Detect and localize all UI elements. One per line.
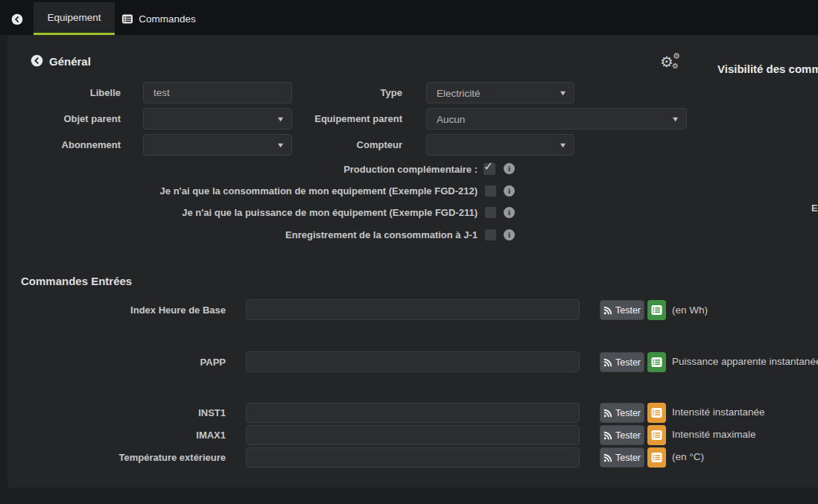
tester-button[interactable]: Tester (600, 300, 644, 320)
general-section-title: Général (49, 55, 91, 68)
papp-unit-label: Puissance apparente instantanée (672, 356, 818, 367)
equipement-parent-select[interactable]: Aucun ▼ (426, 108, 687, 130)
enregistrement-j1-label: Enregistrement de la consommation à J-1 (104, 229, 478, 240)
tab-commandes-label: Commandes (139, 13, 196, 25)
production-complementaire-label: Production complémentaire : (104, 164, 478, 175)
info-icon[interactable]: i (504, 207, 515, 218)
puissance-equipement-label: Je n'ai que la puissance de mon équipeme… (104, 207, 478, 218)
inst1-input[interactable] (246, 403, 580, 423)
type-select-value: Electricité (437, 87, 481, 98)
index-heure-base-label: Index Heure de Base (45, 304, 226, 316)
enregistrement-j1-checkbox[interactable] (485, 229, 496, 240)
caret-down-icon: ▼ (559, 141, 568, 149)
rss-icon (603, 431, 612, 440)
commandes-entrees-title: Commandes Entrées (21, 275, 132, 287)
imax1-unit-label: Intensité maximale (672, 429, 756, 440)
list-alt-icon (651, 452, 662, 463)
conso-equipement-label: Je n'ai que la consommation de mon equip… (104, 185, 478, 197)
tester-button[interactable]: Tester (600, 447, 644, 468)
inst1-unit-label: Intensité instantanée (672, 406, 765, 418)
command-type-button[interactable] (647, 352, 666, 372)
info-icon[interactable]: i (504, 185, 515, 197)
puissance-equipement-checkbox[interactable] (485, 207, 496, 218)
list-alt-icon (121, 13, 133, 25)
temperature-exterieure-label: Température extérieure (45, 452, 226, 463)
command-type-button[interactable] (647, 403, 666, 423)
compteur-select[interactable]: ▼ (426, 134, 574, 156)
rss-icon (603, 306, 612, 315)
type-select[interactable]: Electricité ▼ (426, 82, 574, 103)
equipement-parent-label: Equipement parent (253, 113, 402, 124)
tester-button[interactable]: Tester (600, 425, 644, 445)
inst1-label: INST1 (45, 407, 226, 418)
tester-button[interactable]: Tester (600, 352, 644, 372)
index-unit-label: (en Wh) (672, 304, 708, 316)
caret-down-icon: ▼ (559, 89, 568, 97)
tab-equipement-label: Equipement (47, 12, 101, 23)
right-panel-partial-label: E (811, 202, 818, 214)
compteur-label: Compteur (253, 139, 402, 150)
tab-commandes[interactable]: Commandes (118, 2, 200, 35)
back-icon[interactable] (11, 13, 23, 25)
topbar: Equipement Commandes (0, 0, 818, 35)
imax1-label: IMAX1 (45, 430, 226, 441)
info-icon[interactable]: i (504, 163, 515, 174)
tab-equipement[interactable]: Equipement (34, 2, 115, 35)
gears-icon[interactable]: ⚙ ⚙ ⚙ (660, 52, 684, 73)
rss-icon (603, 453, 612, 462)
index-heure-base-input[interactable] (246, 299, 580, 320)
list-alt-icon (651, 357, 662, 368)
libelle-label: Libelle (15, 87, 121, 98)
imax1-input[interactable] (246, 425, 580, 445)
command-type-button[interactable] (647, 300, 666, 320)
list-alt-icon (651, 304, 662, 316)
conso-equipement-checkbox[interactable] (485, 185, 496, 197)
abonnement-label: Abonnement (15, 139, 121, 150)
rss-icon (603, 358, 612, 367)
type-label: Type (253, 87, 402, 98)
temperature-unit-label: (en °C) (672, 451, 704, 462)
list-alt-icon (651, 407, 662, 418)
general-back-icon[interactable] (31, 54, 43, 67)
info-icon[interactable]: i (504, 229, 515, 240)
papp-input[interactable] (246, 351, 580, 372)
tester-button[interactable]: Tester (600, 403, 644, 423)
visibility-section-title: Visibilité des commandes (717, 63, 818, 75)
rss-icon (603, 409, 612, 418)
objet-parent-label: Objet parent (15, 113, 121, 124)
temperature-exterieure-input[interactable] (246, 447, 580, 468)
production-complementaire-checkbox[interactable]: ✓ (483, 163, 495, 175)
command-type-button[interactable] (647, 447, 666, 468)
caret-down-icon: ▼ (671, 115, 680, 123)
papp-label: PAPP (45, 357, 226, 368)
check-icon: ✓ (483, 159, 493, 173)
command-type-button[interactable] (647, 425, 666, 445)
list-alt-icon (651, 430, 662, 441)
equipement-parent-select-value: Aucun (437, 113, 465, 124)
